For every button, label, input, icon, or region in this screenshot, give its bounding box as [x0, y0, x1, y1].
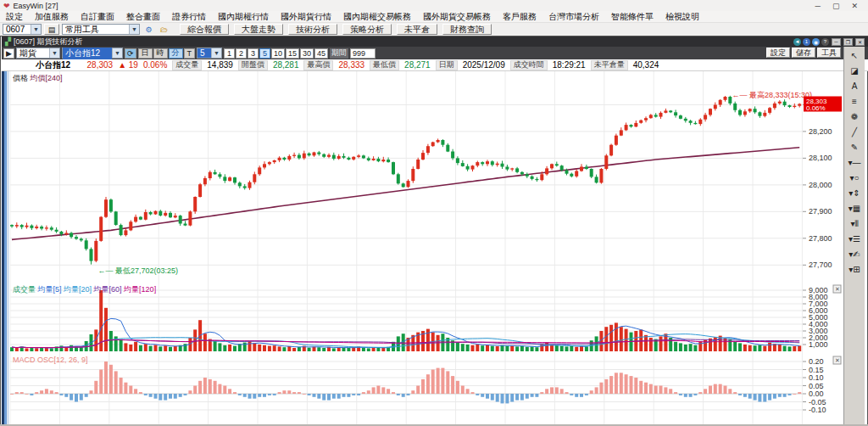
unit-buttons: 日時分T [138, 48, 196, 59]
toolbar-button-未平倉[interactable]: 未平倉 [397, 24, 437, 35]
segment-dd-icon[interactable]: ▾— [846, 155, 863, 170]
chart-window-controls: ◄ 1 ◉ ? ─ ❐ ✕ [793, 38, 865, 46]
screen-code-combo[interactable]: 0607 ▼ [3, 24, 42, 35]
stats-dd-icon[interactable]: ▾⊞ [846, 262, 863, 277]
grid-icon[interactable]: ▤ [44, 24, 59, 35]
one-circle-icon[interactable]: 1 [803, 38, 810, 46]
interval-button-1[interactable]: 1 [224, 48, 235, 59]
market-combo[interactable]: 期貨 ▼ [16, 48, 60, 59]
close-icon[interactable]: ✕ [851, 2, 858, 10]
chart-action-設定[interactable]: 設定 [766, 48, 790, 58]
minimize-icon[interactable]: ─ [815, 2, 821, 10]
symbol-combo[interactable]: 小台指12 ▼ [62, 48, 123, 59]
help-circle-icon[interactable]: ? [821, 38, 829, 46]
text-icon[interactable]: A [846, 79, 863, 93]
price-pane-legend: 價格 均價[240] [13, 73, 63, 84]
svg-text:1,000: 1,000 [809, 340, 828, 349]
interval-button-45[interactable]: 45 [314, 48, 328, 59]
screen-code-value: 0607 [3, 25, 31, 34]
svg-text:✕: ✕ [835, 357, 840, 363]
macd-chart[interactable]: 0.200.150.100.050.00-0.05-0.10✕ [10, 355, 843, 426]
interval-button-15[interactable]: 15 [286, 48, 299, 59]
drawing-tool-strip: ↖◪A≡❁╱✎▾—▾○▾⇕▾▦▾⫴▾☰▾✍▾⊞ [843, 47, 865, 426]
pointer-icon[interactable]: ↖ [846, 48, 863, 63]
gear-icon[interactable]: ⚙ [142, 24, 155, 35]
svg-text:0.10: 0.10 [809, 373, 824, 382]
inner-restore-icon[interactable]: ❐ [843, 38, 853, 46]
chart-action-工具[interactable]: 工具 [817, 48, 841, 58]
toolbar-button-策略分析[interactable]: 策略分析 [342, 24, 392, 35]
interval-combo[interactable]: 5 ▼ [197, 48, 222, 59]
toolbar-button-財務查詢[interactable]: 財務查詢 [442, 24, 492, 35]
open-label: 開盤價 [238, 60, 268, 70]
pin-dd-icon[interactable]: ▾⇕ [846, 186, 863, 200]
eraser-icon[interactable]: ◪ [846, 64, 863, 78]
play-icon[interactable]: ▶ [3, 48, 14, 59]
globe-circle-icon[interactable]: ◉ [812, 38, 820, 46]
inner-close-icon[interactable]: ✕ [855, 38, 865, 46]
chevron-down-icon[interactable]: ▼ [129, 25, 139, 34]
bars-dd-icon[interactable]: ▾☰ [846, 232, 863, 246]
menu-item-客戶服務[interactable]: 客戶服務 [497, 11, 542, 23]
interval-button-10[interactable]: 10 [271, 48, 285, 59]
interval-button-5[interactable]: 5 [259, 48, 270, 59]
menu-item-國外期貨交易帳務[interactable]: 國外期貨交易帳務 [417, 11, 497, 23]
menu-item-自訂畫面[interactable]: 自訂畫面 [75, 11, 120, 23]
low-annotation: ←— 最低27,702(03:25) [98, 266, 179, 275]
refresh-icon[interactable]: ⟳ [125, 48, 136, 59]
toolbar-button-大盤走勢[interactable]: 大盤走勢 [234, 24, 283, 35]
svg-text:28,100: 28,100 [809, 154, 832, 162]
price-chart[interactable]: 28,30028,20028,10028,00027,90027,80027,7… [10, 71, 843, 283]
shapes-icon[interactable]: ❁ [846, 109, 863, 124]
menu-item-檢視說明[interactable]: 檢視說明 [659, 11, 705, 23]
unit-button-分[interactable]: 分 [169, 48, 183, 59]
interval-button-3[interactable]: 3 [248, 48, 259, 59]
menu-item-整合畫面[interactable]: 整合畫面 [120, 11, 166, 23]
lines-icon[interactable]: ≡ [846, 94, 863, 109]
maximize-icon[interactable]: ▢ [832, 2, 840, 10]
toolbar-button-綜合報價[interactable]: 綜合報價 [180, 24, 229, 35]
draw-dd-icon[interactable]: ▾✍ [846, 247, 863, 261]
pattern-dd-icon[interactable]: ▾▦ [846, 201, 863, 216]
menu-item-台灣市場分析[interactable]: 台灣市場分析 [542, 11, 605, 23]
inner-minimize-icon[interactable]: ─ [832, 38, 841, 46]
svg-text:✕: ✕ [835, 286, 840, 292]
unit-button-T[interactable]: T [184, 48, 196, 59]
chart-action-儲存[interactable]: 儲存 [792, 48, 815, 58]
svg-text:27,900: 27,900 [809, 207, 832, 216]
volume-label: 成交量 [172, 60, 202, 70]
date-label: 日期 [436, 60, 458, 70]
unit-button-日[interactable]: 日 [138, 48, 153, 59]
pane-close-icon[interactable]: ✕ [833, 285, 841, 293]
chevron-down-icon[interactable]: ▼ [211, 48, 221, 58]
unit-button-時[interactable]: 時 [153, 48, 168, 59]
pane-close-icon[interactable]: ✕ [833, 356, 841, 364]
period-input[interactable]: 999 [350, 48, 376, 59]
volume-legend-label: 成交量 [13, 285, 36, 294]
chevron-down-icon[interactable]: ▼ [31, 25, 41, 34]
interval-button-2[interactable]: 2 [236, 48, 247, 59]
menu-item-智能條件單[interactable]: 智能條件單 [605, 11, 659, 23]
chevron-down-icon[interactable]: ▼ [49, 48, 59, 58]
menu-item-國外期貨行情[interactable]: 國外期貨行情 [275, 11, 337, 23]
grid-dd-icon[interactable]: ▾⫴ [846, 216, 863, 231]
trendline-icon[interactable]: ╱ [846, 125, 863, 139]
tool-group-combo[interactable]: 常用工具 ▼ [62, 24, 140, 35]
interval-button-30[interactable]: 30 [300, 48, 314, 59]
chart-icon: ▞ [5, 37, 11, 46]
menu-item-證券行情[interactable]: 證券行情 [166, 11, 212, 23]
svg-text:0.06%: 0.06% [806, 104, 826, 112]
pen-icon[interactable]: ✎ [846, 140, 863, 154]
menu-item-加值服務[interactable]: 加值服務 [29, 11, 75, 23]
menu-item-國內期權交易帳務[interactable]: 國內期權交易帳務 [337, 11, 417, 23]
menu-item-國內期權行情[interactable]: 國內期權行情 [212, 11, 275, 23]
symbol-value: 小台指12 [63, 48, 112, 59]
toolbar-button-技術分析[interactable]: 技術分析 [288, 24, 337, 35]
circle-dd-icon[interactable]: ▾○ [846, 171, 863, 185]
nav-back-circle-icon[interactable]: ◄ [793, 38, 801, 46]
window-title: EasyWin [27] [14, 2, 58, 10]
menu-item-設定[interactable]: 設定 [0, 11, 29, 23]
svg-text:0.15: 0.15 [809, 366, 824, 374]
folder-icon[interactable]: 🗁 [158, 24, 170, 35]
chevron-down-icon[interactable]: ▼ [112, 48, 122, 58]
